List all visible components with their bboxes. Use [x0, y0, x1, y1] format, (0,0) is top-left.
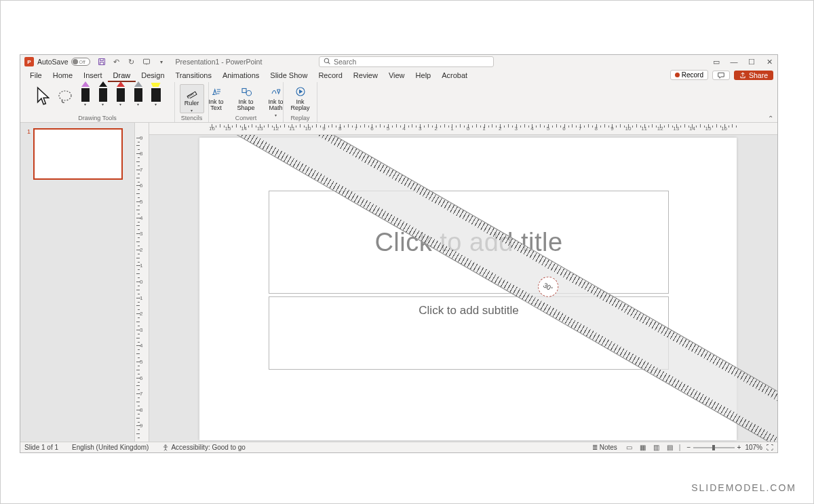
qat-customize-icon[interactable]: ▾: [157, 57, 166, 66]
slideshow-view-icon[interactable]: ▤: [664, 443, 676, 452]
zoom-in-icon[interactable]: +: [737, 444, 741, 451]
svg-line-9: [188, 96, 189, 97]
ink-replay-button[interactable]: Ink Replay: [288, 84, 313, 111]
close-icon[interactable]: ✕: [764, 58, 775, 66]
vertical-ruler: 9876543210123456789: [134, 123, 149, 442]
svg-point-5: [324, 58, 328, 62]
pen-1[interactable]: ▾: [79, 84, 92, 106]
chevron-down-icon: ▾: [191, 108, 193, 113]
tab-insert[interactable]: Insert: [78, 69, 108, 82]
tab-record[interactable]: Record: [313, 69, 347, 82]
document-title: Presentation1 - PowerPoint: [176, 58, 263, 66]
start-from-beginning-icon[interactable]: [142, 57, 151, 66]
redo-icon[interactable]: ↻: [127, 57, 136, 66]
ruler-angle-indicator[interactable]: 30°: [535, 273, 562, 301]
chevron-down-icon: ▾: [150, 102, 162, 106]
accessibility-status[interactable]: Accessibility: Good to go: [162, 444, 246, 451]
tab-file[interactable]: File: [24, 69, 47, 82]
autosave[interactable]: AutoSave Off: [37, 58, 90, 66]
zoom-level[interactable]: 107%: [745, 444, 762, 451]
record-button[interactable]: Record: [670, 70, 708, 80]
notes-button[interactable]: ≣Notes: [592, 444, 617, 451]
maximize-icon[interactable]: ☐: [746, 58, 757, 66]
quick-access-toolbar: ↶ ↻ ▾: [97, 57, 166, 66]
svg-point-14: [246, 91, 252, 96]
share-label: Share: [749, 71, 768, 79]
share-button[interactable]: Share: [734, 71, 773, 80]
search-icon: [324, 58, 330, 66]
zoom-slider[interactable]: − +: [686, 444, 741, 451]
tab-slide-show[interactable]: Slide Show: [265, 69, 313, 82]
pen-4[interactable]: ▾: [132, 84, 144, 106]
comments-button[interactable]: [712, 71, 730, 80]
svg-line-6: [328, 62, 330, 64]
group-label-drawing: Drawing Tools: [20, 115, 174, 121]
notes-icon: ≣: [592, 444, 598, 451]
tab-design[interactable]: Design: [136, 69, 170, 82]
pen-3[interactable]: ▾: [115, 84, 127, 106]
collapse-ribbon-icon[interactable]: ⌃: [768, 115, 773, 122]
tab-animations[interactable]: Animations: [217, 69, 265, 82]
ink-to-text-button[interactable]: Ink to Text: [204, 84, 229, 111]
tab-home[interactable]: Home: [47, 69, 78, 82]
autosave-state: Off: [79, 60, 85, 64]
slide-panel[interactable]: 1: [20, 123, 134, 442]
language[interactable]: English (United Kingdom): [72, 444, 149, 451]
ink-to-text-label: Ink to Text: [204, 99, 229, 111]
work-area: 1 9876543210123456789 161514131211109876…: [20, 123, 777, 442]
svg-rect-1: [100, 59, 103, 61]
editor: 1615141312111098765432101234567891011121…: [149, 123, 777, 442]
slide-stage[interactable]: Click to add title Click to add subtitle…: [149, 135, 777, 442]
status-bar: Slide 1 of 1 English (United Kingdom) Ac…: [20, 442, 777, 452]
subtitle-placeholder-text: Click to add subtitle: [419, 304, 518, 317]
normal-view-icon[interactable]: ▭: [623, 443, 636, 452]
ribbon: ▾▾▾▾▾ Drawing Tools Ruler ▾ Stencils Ink…: [20, 82, 777, 123]
svg-line-12: [192, 93, 193, 94]
autosave-label: AutoSave: [37, 58, 69, 66]
group-convert: Ink to Text Ink to Shape Ink to Math ▾ C…: [209, 82, 284, 122]
slide-thumb[interactable]: [33, 128, 123, 180]
search-placeholder: Search: [334, 58, 356, 66]
slide-canvas[interactable]: Click to add title Click to add subtitle: [199, 138, 737, 440]
search-input[interactable]: Search: [319, 56, 494, 67]
minimize-icon[interactable]: —: [729, 58, 739, 66]
tab-review[interactable]: Review: [348, 69, 383, 82]
chevron-down-icon: ▾: [97, 102, 109, 106]
svg-line-11: [191, 94, 191, 96]
group-replay: Ink Replay Replay: [284, 82, 317, 122]
ruler-button[interactable]: Ruler ▾: [180, 84, 204, 113]
ribbon-display-icon[interactable]: ▭: [711, 58, 722, 66]
slide-info: Slide 1 of 1: [24, 444, 58, 451]
title-bar: P AutoSave Off ↶ ↻ ▾ Presentation1 - Pow…: [20, 55, 777, 69]
svg-rect-2: [100, 62, 103, 65]
chevron-down-icon: ▾: [132, 102, 144, 106]
chevron-down-icon: ▾: [79, 102, 92, 106]
save-icon[interactable]: [97, 57, 106, 66]
app-icon: P: [24, 57, 34, 66]
svg-point-16: [165, 444, 166, 446]
zoom-out-icon[interactable]: −: [686, 444, 691, 451]
group-label-replay: Replay: [284, 115, 317, 121]
select-tool[interactable]: [33, 84, 51, 109]
tab-help[interactable]: Help: [410, 69, 437, 82]
autosave-toggle[interactable]: Off: [71, 58, 90, 66]
reading-view-icon[interactable]: ▥: [651, 443, 663, 452]
slide-sorter-icon[interactable]: ▦: [637, 443, 649, 452]
pen-2[interactable]: ▾: [97, 84, 109, 106]
pen-5[interactable]: ▾: [150, 84, 162, 106]
svg-point-7: [59, 91, 71, 100]
slide-thumbnail-1[interactable]: 1: [27, 128, 129, 180]
ribbon-tabs: FileHomeInsertDrawDesignTransitionsAnima…: [20, 69, 777, 82]
tab-acrobat[interactable]: Acrobat: [436, 69, 473, 82]
lasso-select-tool[interactable]: [56, 84, 74, 109]
undo-icon[interactable]: ↶: [112, 57, 121, 66]
tab-transitions[interactable]: Transitions: [170, 69, 217, 82]
tab-draw[interactable]: Draw: [108, 69, 136, 82]
chevron-down-icon: ▾: [115, 102, 127, 106]
fit-to-window-icon[interactable]: ⛶: [767, 444, 773, 451]
tab-view[interactable]: View: [383, 69, 410, 82]
ink-to-shape-button[interactable]: Ink to Shape: [234, 84, 258, 111]
svg-line-10: [189, 95, 190, 96]
ruler-button-label: Ruler: [185, 100, 199, 106]
svg-rect-13: [242, 89, 246, 93]
